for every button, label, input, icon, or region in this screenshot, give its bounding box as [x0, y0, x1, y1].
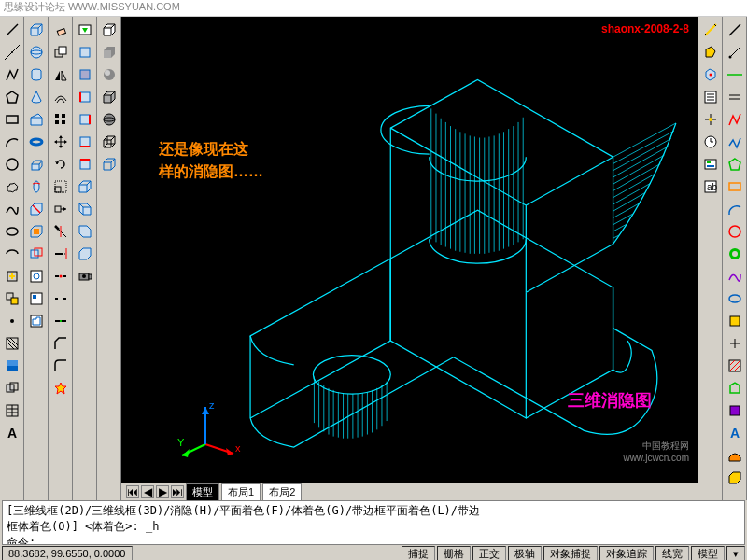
shade-flat-tool-icon[interactable]	[99, 42, 120, 63]
spline2-tool-icon[interactable]	[725, 266, 745, 287]
drawing-viewport[interactable]: shaonx-2008-2-8 还是像现在这 样的消隐图…… 三维消隐图	[121, 17, 698, 500]
tab-last-icon[interactable]: ⏭	[171, 485, 184, 498]
mtext-tool-icon[interactable]: A	[2, 423, 22, 443]
setup-profile-tool-icon[interactable]	[26, 311, 47, 331]
stretch-tool-icon[interactable]	[50, 199, 71, 219]
hide-tool-icon[interactable]	[99, 20, 120, 40]
list-tool-icon[interactable]	[700, 87, 721, 107]
status-model-button[interactable]: 模型	[691, 546, 725, 560]
command-line[interactable]: [三维线框(2D)/三维线框(3D)/消隐(H)/平面着色(F)/体着色(G)/…	[2, 500, 745, 545]
tab-layout1[interactable]: 布局1	[221, 483, 261, 501]
copy-tool-icon[interactable]	[50, 42, 71, 63]
rectangle2-tool-icon[interactable]	[725, 176, 745, 197]
status-tool-icon[interactable]	[700, 154, 721, 175]
torus-tool-icon[interactable]	[26, 132, 47, 152]
named-views-tool-icon[interactable]	[75, 20, 95, 40]
tab-first-icon[interactable]: ⏮	[126, 485, 139, 498]
shade-gouraud-tool-icon[interactable]	[99, 64, 120, 85]
polygon-tool-icon[interactable]	[2, 87, 22, 107]
area-tool-icon[interactable]	[700, 42, 721, 63]
region-massprop-tool-icon[interactable]	[700, 64, 721, 85]
circle2-tool-icon[interactable]	[725, 221, 745, 242]
erase-tool-icon[interactable]	[50, 20, 71, 40]
3dpoly-tool-icon[interactable]	[725, 132, 745, 152]
view-nw-iso-tool-icon[interactable]	[75, 244, 95, 264]
explode-tool-icon[interactable]	[50, 378, 71, 399]
box-tool-icon[interactable]	[26, 20, 47, 40]
view-back-tool-icon[interactable]	[75, 154, 95, 175]
gradient-tool-icon[interactable]	[2, 356, 22, 376]
view-sw-iso-tool-icon[interactable]	[75, 176, 95, 197]
ellipse2-tool-icon[interactable]	[725, 288, 745, 309]
point-tool-icon[interactable]	[2, 311, 22, 331]
line-tool-icon[interactable]	[2, 20, 22, 40]
hatch-tool-icon[interactable]	[2, 333, 22, 354]
camera-tool-icon[interactable]	[75, 266, 95, 287]
ellipse-arc-tool-icon[interactable]	[2, 244, 22, 264]
scale-tool-icon[interactable]	[50, 176, 71, 197]
ellipse-tool-icon[interactable]	[2, 221, 22, 242]
rotate-tool-icon[interactable]	[50, 154, 71, 175]
rectangle-tool-icon[interactable]	[2, 109, 22, 130]
wedge-tool-icon[interactable]	[26, 109, 47, 130]
status-grid-button[interactable]: 栅格	[437, 546, 471, 560]
tab-model[interactable]: 模型	[186, 483, 219, 501]
view-se-iso-tool-icon[interactable]	[75, 199, 95, 219]
arc2-tool-icon[interactable]	[725, 199, 745, 219]
tab-next-icon[interactable]: ▶	[156, 485, 169, 498]
view-front-tool-icon[interactable]	[75, 132, 95, 152]
region-tool-icon[interactable]	[2, 378, 22, 399]
fillet-tool-icon[interactable]	[50, 356, 71, 376]
polygon2-tool-icon[interactable]	[725, 154, 745, 175]
status-snap-button[interactable]: 捕捉	[402, 546, 435, 560]
insert-block-tool-icon[interactable]	[2, 266, 22, 287]
offset-tool-icon[interactable]	[50, 87, 71, 107]
setup-view-tool-icon[interactable]	[26, 288, 47, 309]
move-tool-icon[interactable]	[50, 132, 71, 152]
status-ortho-button[interactable]: 正交	[472, 546, 506, 560]
status-otrack-button[interactable]: 对象追踪	[599, 546, 654, 560]
spline-tool-icon[interactable]	[2, 199, 22, 219]
solids-tool-icon[interactable]	[725, 468, 745, 488]
pline2-tool-icon[interactable]	[725, 109, 745, 130]
mline-tool-icon[interactable]	[725, 87, 745, 107]
extrude-tool-icon[interactable]	[26, 154, 47, 175]
boundary-tool-icon[interactable]	[725, 378, 745, 399]
make-block-tool-icon[interactable]	[2, 288, 22, 309]
mirror-tool-icon[interactable]	[50, 64, 71, 85]
surface-tool-icon[interactable]	[725, 445, 745, 466]
ray-tool-icon[interactable]	[725, 42, 745, 63]
extend-tool-icon[interactable]	[50, 244, 71, 264]
tab-prev-icon[interactable]: ◀	[141, 485, 154, 498]
status-coordinates[interactable]: 88.3682, 99.6550, 0.0000	[2, 546, 133, 560]
break-tool-icon[interactable]	[50, 288, 71, 309]
status-polar-button[interactable]: 极轴	[508, 546, 542, 560]
time-tool-icon[interactable]	[700, 132, 721, 152]
status-lwt-button[interactable]: 线宽	[655, 546, 689, 560]
shade-flat-edges-tool-icon[interactable]	[99, 87, 120, 107]
point2-tool-icon[interactable]	[725, 333, 745, 354]
revolve-tool-icon[interactable]	[26, 176, 47, 197]
tab-layout2[interactable]: 布局2	[262, 483, 302, 501]
region2-tool-icon[interactable]	[725, 400, 745, 421]
hatch2-tool-icon[interactable]	[725, 356, 745, 376]
view-bottom-tool-icon[interactable]	[75, 64, 95, 85]
cylinder-tool-icon[interactable]	[26, 64, 47, 85]
table-tool-icon[interactable]	[2, 400, 22, 421]
status-tray-icon[interactable]: ▾	[726, 546, 745, 560]
cone-tool-icon[interactable]	[26, 87, 47, 107]
id-point-tool-icon[interactable]	[700, 109, 721, 130]
sphere-tool-icon[interactable]	[26, 42, 47, 63]
section-tool-icon[interactable]	[26, 221, 47, 242]
distance-tool-icon[interactable]	[700, 20, 721, 40]
join-tool-icon[interactable]	[50, 311, 71, 331]
revcloud-tool-icon[interactable]	[2, 176, 22, 197]
3d-wireframe-tool-icon[interactable]	[99, 154, 120, 175]
slice-tool-icon[interactable]	[26, 199, 47, 219]
line2-tool-icon[interactable]	[725, 20, 745, 40]
interfere-tool-icon[interactable]	[26, 244, 47, 264]
view-ne-iso-tool-icon[interactable]	[75, 221, 95, 242]
shade-gouraud-edges-tool-icon[interactable]	[99, 109, 120, 130]
break-at-point-tool-icon[interactable]	[50, 266, 71, 287]
2d-wireframe-tool-icon[interactable]	[99, 132, 120, 152]
